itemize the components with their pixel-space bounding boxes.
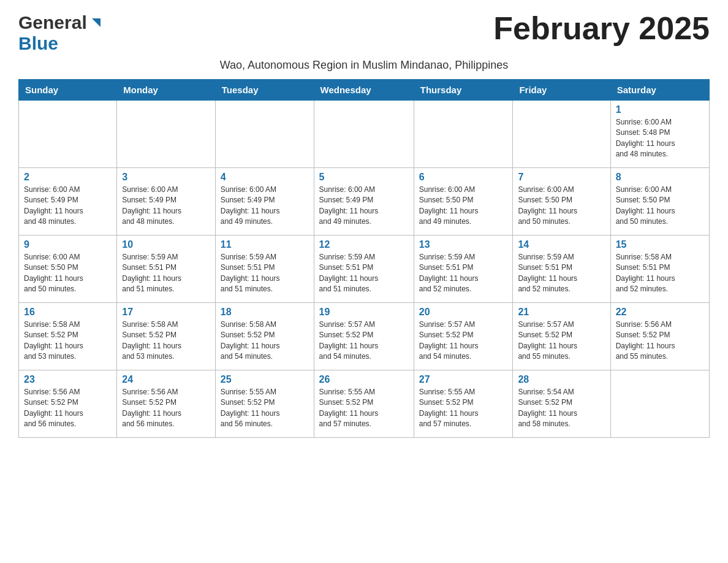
calendar-cell: 5Sunrise: 6:00 AM Sunset: 5:49 PM Daylig…: [314, 168, 414, 236]
calendar-cell: [610, 370, 709, 438]
calendar-cell: [117, 101, 216, 168]
calendar-cell: 24Sunrise: 5:56 AM Sunset: 5:52 PM Dayli…: [117, 370, 216, 438]
calendar-cell: [215, 101, 314, 168]
weekday-header-tuesday: Tuesday: [215, 80, 314, 101]
calendar-cell: 15Sunrise: 5:58 AM Sunset: 5:51 PM Dayli…: [610, 236, 709, 303]
day-info: Sunrise: 5:54 AM Sunset: 5:52 PM Dayligh…: [518, 387, 605, 430]
week-row-4: 16Sunrise: 5:58 AM Sunset: 5:52 PM Dayli…: [19, 303, 710, 370]
day-number: 3: [122, 172, 210, 183]
logo-general-text: General: [18, 12, 87, 33]
day-info: Sunrise: 5:57 AM Sunset: 5:52 PM Dayligh…: [419, 320, 508, 362]
calendar-cell: 23Sunrise: 5:56 AM Sunset: 5:52 PM Dayli…: [19, 370, 117, 438]
day-number: 2: [24, 172, 112, 183]
calendar-cell: 6Sunrise: 6:00 AM Sunset: 5:50 PM Daylig…: [414, 168, 513, 236]
week-row-3: 9Sunrise: 6:00 AM Sunset: 5:50 PM Daylig…: [19, 236, 710, 303]
calendar-cell: 26Sunrise: 5:55 AM Sunset: 5:52 PM Dayli…: [314, 370, 414, 438]
day-info: Sunrise: 5:58 AM Sunset: 5:52 PM Dayligh…: [24, 320, 112, 362]
day-info: Sunrise: 5:56 AM Sunset: 5:52 PM Dayligh…: [616, 320, 704, 362]
day-info: Sunrise: 5:58 AM Sunset: 5:51 PM Dayligh…: [616, 252, 704, 295]
calendar-cell: 10Sunrise: 5:59 AM Sunset: 5:51 PM Dayli…: [117, 236, 216, 303]
calendar-cell: 22Sunrise: 5:56 AM Sunset: 5:52 PM Dayli…: [610, 303, 709, 370]
day-info: Sunrise: 5:55 AM Sunset: 5:52 PM Dayligh…: [319, 387, 409, 430]
calendar-cell: 14Sunrise: 5:59 AM Sunset: 5:51 PM Dayli…: [513, 236, 610, 303]
calendar-body: 1Sunrise: 6:00 AM Sunset: 5:48 PM Daylig…: [19, 101, 710, 438]
day-info: Sunrise: 5:56 AM Sunset: 5:52 PM Dayligh…: [24, 387, 112, 430]
day-info: Sunrise: 6:00 AM Sunset: 5:50 PM Dayligh…: [419, 185, 508, 228]
calendar-cell: [314, 101, 414, 168]
day-number: 6: [419, 172, 508, 183]
week-row-1: 1Sunrise: 6:00 AM Sunset: 5:48 PM Daylig…: [19, 101, 710, 168]
day-number: 23: [24, 374, 112, 385]
day-number: 4: [221, 172, 309, 183]
day-number: 7: [518, 172, 605, 183]
weekday-header-friday: Friday: [513, 80, 610, 101]
day-number: 22: [616, 307, 704, 318]
week-row-5: 23Sunrise: 5:56 AM Sunset: 5:52 PM Dayli…: [19, 370, 710, 438]
calendar-cell: 11Sunrise: 5:59 AM Sunset: 5:51 PM Dayli…: [215, 236, 314, 303]
day-info: Sunrise: 5:55 AM Sunset: 5:52 PM Dayligh…: [221, 387, 309, 430]
day-info: Sunrise: 5:57 AM Sunset: 5:52 PM Dayligh…: [518, 320, 605, 362]
day-info: Sunrise: 6:00 AM Sunset: 5:49 PM Dayligh…: [221, 185, 309, 228]
day-number: 21: [518, 307, 605, 318]
weekday-header-wednesday: Wednesday: [314, 80, 414, 101]
day-number: 16: [24, 307, 112, 318]
day-info: Sunrise: 5:55 AM Sunset: 5:52 PM Dayligh…: [419, 387, 508, 430]
day-info: Sunrise: 6:00 AM Sunset: 5:49 PM Dayligh…: [122, 185, 210, 228]
day-number: 27: [419, 374, 508, 385]
day-info: Sunrise: 5:59 AM Sunset: 5:51 PM Dayligh…: [122, 252, 210, 295]
day-number: 1: [616, 104, 704, 115]
svg-marker-0: [92, 18, 100, 27]
day-number: 20: [419, 307, 508, 318]
weekday-header-thursday: Thursday: [414, 80, 513, 101]
week-row-2: 2Sunrise: 6:00 AM Sunset: 5:49 PM Daylig…: [19, 168, 710, 236]
day-number: 15: [616, 239, 704, 250]
day-info: Sunrise: 5:59 AM Sunset: 5:51 PM Dayligh…: [419, 252, 508, 295]
day-number: 14: [518, 239, 605, 250]
calendar-cell: 2Sunrise: 6:00 AM Sunset: 5:49 PM Daylig…: [19, 168, 117, 236]
day-number: 12: [319, 239, 409, 250]
calendar-cell: 1Sunrise: 6:00 AM Sunset: 5:48 PM Daylig…: [610, 101, 709, 168]
logo: General Blue: [18, 12, 102, 54]
calendar-table: SundayMondayTuesdayWednesdayThursdayFrid…: [18, 79, 710, 438]
calendar-cell: 7Sunrise: 6:00 AM Sunset: 5:50 PM Daylig…: [513, 168, 610, 236]
day-info: Sunrise: 5:57 AM Sunset: 5:52 PM Dayligh…: [319, 320, 409, 362]
day-number: 19: [319, 307, 409, 318]
day-number: 9: [24, 239, 112, 250]
calendar-cell: 9Sunrise: 6:00 AM Sunset: 5:50 PM Daylig…: [19, 236, 117, 303]
day-number: 17: [122, 307, 210, 318]
calendar-cell: 16Sunrise: 5:58 AM Sunset: 5:52 PM Dayli…: [19, 303, 117, 370]
day-number: 13: [419, 239, 508, 250]
calendar-cell: 28Sunrise: 5:54 AM Sunset: 5:52 PM Dayli…: [513, 370, 610, 438]
logo-blue-text: Blue: [18, 33, 58, 54]
day-number: 26: [319, 374, 409, 385]
day-number: 11: [221, 239, 309, 250]
day-info: Sunrise: 5:56 AM Sunset: 5:52 PM Dayligh…: [122, 387, 210, 430]
weekday-header-row: SundayMondayTuesdayWednesdayThursdayFrid…: [19, 80, 710, 101]
day-info: Sunrise: 5:59 AM Sunset: 5:51 PM Dayligh…: [518, 252, 605, 295]
calendar-cell: 27Sunrise: 5:55 AM Sunset: 5:52 PM Dayli…: [414, 370, 513, 438]
calendar-cell: 25Sunrise: 5:55 AM Sunset: 5:52 PM Dayli…: [215, 370, 314, 438]
month-title: February 2025: [493, 12, 710, 44]
weekday-header-monday: Monday: [117, 80, 216, 101]
calendar-cell: [19, 101, 117, 168]
page-header: General Blue February 2025: [18, 12, 710, 54]
day-number: 8: [616, 172, 704, 183]
day-info: Sunrise: 6:00 AM Sunset: 5:49 PM Dayligh…: [24, 185, 112, 228]
day-info: Sunrise: 6:00 AM Sunset: 5:50 PM Dayligh…: [24, 252, 112, 295]
calendar-cell: 12Sunrise: 5:59 AM Sunset: 5:51 PM Dayli…: [314, 236, 414, 303]
calendar-cell: 18Sunrise: 5:58 AM Sunset: 5:52 PM Dayli…: [215, 303, 314, 370]
day-info: Sunrise: 6:00 AM Sunset: 5:50 PM Dayligh…: [616, 185, 704, 228]
day-number: 18: [221, 307, 309, 318]
calendar-cell: 21Sunrise: 5:57 AM Sunset: 5:52 PM Dayli…: [513, 303, 610, 370]
weekday-header-sunday: Sunday: [19, 80, 117, 101]
calendar-cell: 19Sunrise: 5:57 AM Sunset: 5:52 PM Dayli…: [314, 303, 414, 370]
calendar-cell: 20Sunrise: 5:57 AM Sunset: 5:52 PM Dayli…: [414, 303, 513, 370]
day-info: Sunrise: 6:00 AM Sunset: 5:48 PM Dayligh…: [616, 117, 704, 160]
logo-triangle-icon: [88, 16, 102, 29]
calendar-cell: 13Sunrise: 5:59 AM Sunset: 5:51 PM Dayli…: [414, 236, 513, 303]
weekday-header-saturday: Saturday: [610, 80, 709, 101]
day-number: 10: [122, 239, 210, 250]
day-info: Sunrise: 5:59 AM Sunset: 5:51 PM Dayligh…: [319, 252, 409, 295]
day-info: Sunrise: 5:59 AM Sunset: 5:51 PM Dayligh…: [221, 252, 309, 295]
day-info: Sunrise: 6:00 AM Sunset: 5:49 PM Dayligh…: [319, 185, 409, 228]
